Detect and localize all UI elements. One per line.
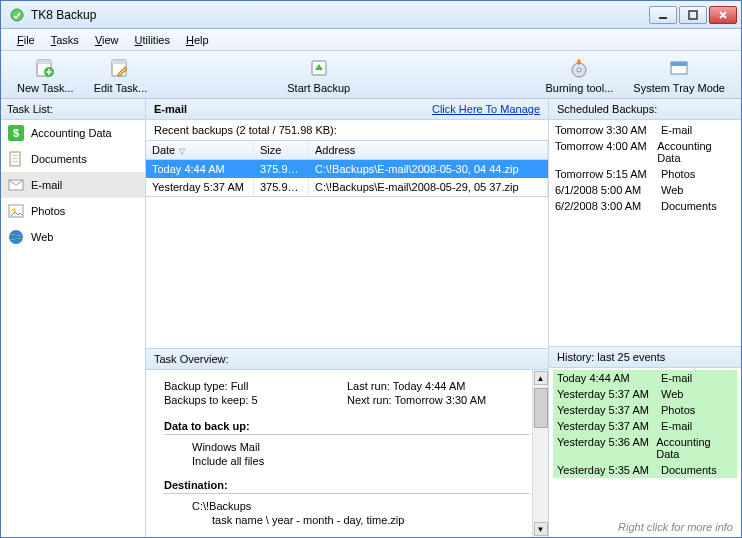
- edit-task-icon: [108, 56, 132, 80]
- scheduled-row[interactable]: Tomorrow 3:30 AME-mail: [553, 122, 737, 138]
- tray-mode-button[interactable]: System Tray Mode: [623, 54, 735, 96]
- recent-table: Date▽ Size Address Today 4:44 AM 375.99 …: [146, 140, 548, 197]
- menu-help[interactable]: Help: [178, 31, 217, 49]
- svg-rect-7: [112, 60, 126, 64]
- toolbar: New Task... Edit Task... Start Backup Bu…: [1, 51, 741, 99]
- task-title: E-mail: [154, 103, 187, 115]
- scroll-down-icon[interactable]: ▼: [534, 522, 548, 536]
- task-item-label: Photos: [31, 205, 65, 217]
- scrollbar[interactable]: ▲ ▼: [532, 370, 548, 537]
- scheduled-header: Scheduled Backups:: [549, 99, 741, 120]
- overview-data-header: Data to back up:: [164, 420, 530, 432]
- task-item-web[interactable]: Web: [1, 224, 145, 250]
- maximize-button[interactable]: [679, 6, 707, 24]
- col-address[interactable]: Address: [309, 141, 548, 159]
- manage-link[interactable]: Click Here To Manage: [432, 103, 540, 115]
- menu-tasks[interactable]: Tasks: [43, 31, 87, 49]
- scheduled-row[interactable]: 6/1/2008 5:00 AMWeb: [553, 182, 737, 198]
- new-task-icon: [33, 56, 57, 80]
- table-row[interactable]: Yesterday 5:37 AM 375.99 KB C:\!Backups\…: [146, 178, 548, 196]
- svg-rect-1: [659, 17, 667, 19]
- history-row[interactable]: Yesterday 5:36 AMAccounting Data: [553, 434, 737, 462]
- dollar-icon: $: [7, 124, 25, 142]
- menu-file[interactable]: File: [9, 31, 43, 49]
- menubar: File Tasks View Utilities Help: [1, 29, 741, 51]
- svg-rect-18: [12, 161, 18, 162]
- svg-point-21: [12, 208, 16, 212]
- task-item-accounting[interactable]: $ Accounting Data: [1, 120, 145, 146]
- task-item-label: Web: [31, 231, 53, 243]
- envelope-icon: [7, 176, 25, 194]
- menu-utilities[interactable]: Utilities: [127, 31, 178, 49]
- start-backup-icon: [307, 56, 331, 80]
- overview-panel: Backup type: Full Backups to keep: 5 Las…: [146, 370, 548, 537]
- history-row[interactable]: Yesterday 5:35 AMDocuments: [553, 462, 737, 478]
- task-item-label: E-mail: [31, 179, 62, 191]
- overview-data-line: Windows Mail: [192, 441, 530, 453]
- scroll-up-icon[interactable]: ▲: [534, 371, 548, 385]
- sidebar: Task List: $ Accounting Data Documents E…: [1, 99, 146, 537]
- photo-icon: [7, 202, 25, 220]
- svg-rect-12: [671, 62, 687, 66]
- svg-point-10: [577, 68, 581, 72]
- col-date[interactable]: Date▽: [146, 141, 254, 159]
- svg-rect-4: [37, 60, 51, 64]
- overview-dest-line: task name \ year - month - day, time.zip: [212, 514, 530, 526]
- table-row[interactable]: Today 4:44 AM 375.99 KB C:\!Backups\E-ma…: [146, 160, 548, 178]
- scheduled-list: Tomorrow 3:30 AME-mail Tomorrow 4:00 AMA…: [549, 120, 741, 216]
- svg-rect-17: [12, 158, 18, 159]
- menu-view[interactable]: View: [87, 31, 127, 49]
- center-panel: E-mail Click Here To Manage Recent backu…: [146, 99, 549, 537]
- overview-backup-type: Backup type: Full: [164, 380, 347, 392]
- overview-header: Task Overview:: [146, 348, 548, 370]
- edit-task-button[interactable]: Edit Task...: [84, 54, 158, 96]
- history-row[interactable]: Yesterday 5:37 AMWeb: [553, 386, 737, 402]
- svg-text:$: $: [13, 127, 19, 139]
- svg-point-22: [9, 230, 23, 244]
- task-list-header: Task List:: [1, 99, 145, 120]
- close-button[interactable]: [709, 6, 737, 24]
- task-list: $ Accounting Data Documents E-mail Photo…: [1, 120, 145, 537]
- task-item-photos[interactable]: Photos: [1, 198, 145, 224]
- start-backup-button[interactable]: Start Backup: [277, 54, 360, 96]
- globe-icon: [7, 228, 25, 246]
- overview-dest-header: Destination:: [164, 479, 530, 491]
- col-size[interactable]: Size: [254, 141, 309, 159]
- app-icon: [9, 7, 25, 23]
- titlebar[interactable]: TK8 Backup: [1, 1, 741, 29]
- history-row[interactable]: Yesterday 5:37 AMPhotos: [553, 402, 737, 418]
- document-icon: [7, 150, 25, 168]
- burning-tool-icon: [567, 56, 591, 80]
- overview-data-line: Include all files: [192, 455, 530, 467]
- task-item-documents[interactable]: Documents: [1, 146, 145, 172]
- sort-indicator-icon: ▽: [179, 147, 185, 156]
- scheduled-row[interactable]: Tomorrow 5:15 AMPhotos: [553, 166, 737, 182]
- burning-tool-button[interactable]: Burning tool...: [535, 54, 623, 96]
- task-item-email[interactable]: E-mail: [1, 172, 145, 198]
- history-list: Today 4:44 AME-mail Yesterday 5:37 AMWeb…: [549, 368, 741, 480]
- recent-header: E-mail Click Here To Manage: [146, 99, 548, 120]
- minimize-button[interactable]: [649, 6, 677, 24]
- task-item-label: Accounting Data: [31, 127, 112, 139]
- overview-backups-keep: Backups to keep: 5: [164, 394, 347, 406]
- scroll-thumb[interactable]: [534, 388, 548, 428]
- scheduled-row[interactable]: 6/2/2008 3:00 AMDocuments: [553, 198, 737, 214]
- svg-point-0: [11, 9, 23, 21]
- history-row[interactable]: Yesterday 5:37 AME-mail: [553, 418, 737, 434]
- scheduled-row[interactable]: Tomorrow 4:00 AMAccounting Data: [553, 138, 737, 166]
- svg-rect-2: [689, 11, 697, 19]
- new-task-button[interactable]: New Task...: [7, 54, 84, 96]
- history-footer: Right click for more info: [549, 517, 741, 537]
- overview-dest-line: C:\!Backups: [192, 500, 530, 512]
- svg-rect-16: [12, 155, 18, 156]
- window-title: TK8 Backup: [29, 8, 649, 22]
- overview-next-run: Next run: Tomorrow 3:30 AM: [347, 394, 530, 406]
- recent-subtitle: Recent backups (2 total / 751.98 KB):: [146, 120, 548, 140]
- history-row[interactable]: Today 4:44 AME-mail: [553, 370, 737, 386]
- overview-last-run: Last run: Today 4:44 AM: [347, 380, 530, 392]
- app-window: TK8 Backup File Tasks View Utilities Hel…: [0, 0, 742, 538]
- task-item-label: Documents: [31, 153, 87, 165]
- tray-mode-icon: [667, 56, 691, 80]
- right-panel: Scheduled Backups: Tomorrow 3:30 AME-mai…: [549, 99, 741, 537]
- history-header: History: last 25 events: [549, 346, 741, 368]
